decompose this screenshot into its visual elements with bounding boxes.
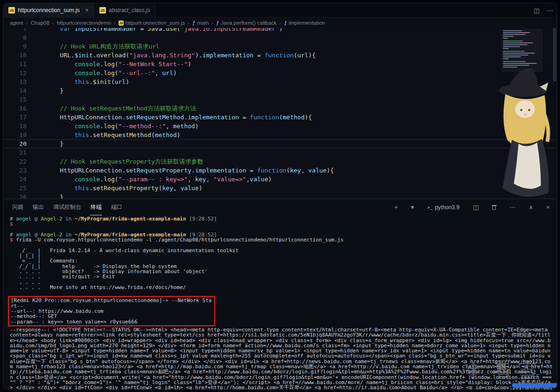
javascript-file-icon: JS: [119, 21, 124, 26]
terminal-profile-dropdown-icon[interactable]: ▾: [409, 204, 417, 211]
code-line-12[interactable]: 12 console.log("--url--:", url): [3, 69, 557, 77]
line-number: 8: [3, 33, 27, 42]
code-line-20[interactable]: 20 }: [3, 139, 557, 148]
breadcrumb-item-httpurlconnectiondemo[interactable]: httpurlconnectiondemo: [57, 20, 111, 26]
close-panel-icon[interactable]: ×: [544, 204, 552, 211]
breadcrumb-label: Java.perform() callback: [221, 20, 277, 26]
code-line-16[interactable]: 16 // Hook setRequestMethod方法获取请求方法: [3, 104, 557, 113]
terminal-line: # angel @ Angel-2 in ~/MyProgram/frida-a…: [10, 216, 553, 221]
terminal-profile[interactable]: >_ python3.9: [425, 204, 462, 211]
code-line-24[interactable]: 24 console.log("--param-- : key=>", key,…: [3, 175, 557, 184]
terminal-line: | (_| |: [10, 253, 553, 258]
line-number: 20: [3, 139, 27, 148]
code-line-18[interactable]: 18 console.log("--method--:", method): [3, 122, 557, 131]
split-editor-icon[interactable]: ◫: [530, 3, 543, 17]
terminal-line: --param-- : key=> token value=> r0ysue66…: [11, 319, 212, 324]
line-number: 7: [3, 28, 27, 33]
code-lines: 7 var InputStreamReader = Java.use('java…: [3, 28, 557, 199]
terminal-line: [10, 290, 553, 295]
breadcrumb-separator: ›: [188, 20, 189, 26]
tab-label: httpurlconnection_sum.js: [18, 7, 80, 14]
panel-tab-output[interactable]: 输出: [32, 199, 44, 215]
line-number: 12: [3, 69, 27, 77]
code-line-22[interactable]: 22 // Hook setRequestProperty方法获取请求参数: [3, 157, 557, 166]
line-number: 11: [3, 60, 27, 69]
panel-tab-ports[interactable]: 端口: [111, 199, 123, 215]
line-number: 14: [3, 86, 27, 95]
breadcrumb-label: implementation: [289, 20, 325, 26]
symbol-method-icon: ƒ: [284, 20, 287, 26]
line-number: 26: [3, 193, 27, 199]
code-line-15[interactable]: 15: [3, 95, 557, 104]
breadcrumb-item-callback[interactable]: ƒ Java.perform() callback: [216, 20, 277, 26]
tab-abstract-class-js[interactable]: JS abstract_class.js: [94, 3, 156, 17]
symbol-method-icon: ƒ: [216, 20, 219, 26]
breadcrumb-label: main: [197, 20, 209, 26]
code-line-26[interactable]: 26 }: [3, 193, 557, 199]
terminal-line: . . . . More info at https://www.frida.r…: [10, 285, 553, 290]
line-number: 22: [3, 157, 27, 166]
code-line-9[interactable]: 9 // Hook URL构造方法获取请求url: [3, 42, 557, 51]
bottom-right-blue-bar: [512, 383, 557, 388]
panel-tab-debug-console[interactable]: 调试控制台: [53, 199, 82, 215]
code-line-13[interactable]: 13 this.$init(url): [3, 77, 557, 86]
breadcrumb-item-agent[interactable]: agent: [10, 20, 23, 26]
terminal-profile-label: python3.9: [435, 204, 460, 211]
breadcrumb-item-file[interactable]: JS httpurlconnection_sum.js: [119, 20, 185, 26]
panel-more-actions-icon[interactable]: ⋯: [507, 204, 518, 211]
red-highlight-box: [Redmi K20 Pro::com.roysue.httpurlconnec…: [8, 296, 215, 326]
snowflake-icon: ❄: [465, 358, 486, 382]
line-number: 19: [3, 131, 27, 139]
editor-tab-bar: JS httpurlconnection_sum.js × JS abstrac…: [3, 3, 557, 18]
line-number: 25: [3, 184, 27, 193]
new-terminal-icon[interactable]: +: [392, 204, 400, 211]
javascript-file-icon: JS: [99, 7, 106, 14]
vscode-window: JS httpurlconnection_sum.js × JS abstrac…: [3, 3, 557, 390]
terminal-line: $: [10, 221, 553, 227]
panel-tab-terminal[interactable]: 终端: [90, 199, 102, 215]
symbol-method-icon: ƒ: [192, 20, 195, 26]
breadcrumb-item-implementation[interactable]: ƒ implementation: [284, 20, 325, 26]
line-number: 17: [3, 113, 27, 122]
terminal-line: $ frida -U com.roysue.httpurlconnectiond…: [10, 237, 553, 242]
terminal-line: . . . . exit/quit -> Exit: [10, 274, 553, 279]
line-number: 13: [3, 77, 27, 86]
breadcrumb-separator: ›: [114, 20, 116, 26]
code-line-7[interactable]: 7 var InputStreamReader = Java.use('java…: [3, 28, 557, 33]
code-line-14[interactable]: 14 }: [3, 86, 557, 95]
code-line-19[interactable]: 19 this.setRequestMethod(method): [3, 131, 557, 139]
trash-icon: [492, 205, 497, 210]
line-number: 24: [3, 175, 27, 184]
code-line-17[interactable]: 17 HttpURLConnection.setRequestMethod.im…: [3, 113, 557, 122]
background-character-illustration: [496, 66, 556, 199]
breadcrumb-item-main[interactable]: ƒ main: [192, 20, 209, 26]
code-line-21[interactable]: 21: [3, 148, 557, 157]
close-tab-icon[interactable]: ×: [85, 7, 89, 14]
breadcrumb-separator: ›: [26, 20, 28, 26]
tab-label: abstract_class.js: [109, 7, 150, 14]
code-line-8[interactable]: 8: [3, 33, 557, 42]
code-line-11[interactable]: 11 console.log("--NetWork Start--"): [3, 60, 557, 69]
terminal-scrollback: # angel @ Angel-2 in ~/MyProgram/frida-a…: [10, 216, 553, 295]
code-line-25[interactable]: 25 this.setRequestProperty(key, value): [3, 184, 557, 193]
breadcrumb-separator: ›: [52, 20, 54, 26]
line-number: 21: [3, 148, 27, 157]
maximize-panel-icon[interactable]: ∧: [526, 204, 536, 211]
code-line-23[interactable]: 23 HttpURLConnection.setRequestProperty.…: [3, 166, 557, 175]
line-number: 16: [3, 104, 27, 113]
javascript-file-icon: JS: [8, 7, 15, 14]
code-line-10[interactable]: 10 URL.$init.overload("java.lang.String"…: [3, 51, 557, 60]
terminal-line: [Redmi K20 Pro::com.roysue.httpurlconnec…: [11, 298, 212, 309]
breadcrumb-separator: ›: [280, 20, 281, 26]
breadcrumb-item-chap08[interactable]: Chap08: [31, 20, 49, 26]
tab-httpurlconnection-sum-js[interactable]: JS httpurlconnection_sum.js ×: [3, 3, 94, 17]
panel-tab-problems[interactable]: 问题: [12, 199, 24, 215]
kill-terminal-icon[interactable]: [490, 205, 499, 210]
code-editor[interactable]: 7 var InputStreamReader = Java.use('java…: [3, 28, 557, 199]
minimap[interactable]: [502, 29, 543, 72]
breadcrumb-label: httpurlconnection_sum.js: [126, 20, 185, 26]
line-number: 10: [3, 51, 27, 60]
split-terminal-icon[interactable]: ◫: [471, 204, 481, 211]
line-number: 15: [3, 95, 27, 104]
editor-more-actions-icon[interactable]: ⋯: [543, 3, 557, 17]
